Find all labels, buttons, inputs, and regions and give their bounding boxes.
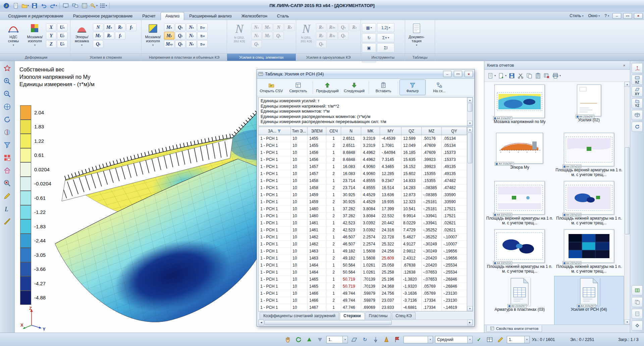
ribbon-button-Qy[interactable]: Qy (273, 32, 284, 40)
ribbon-button-Qy[interactable]: Qy (338, 32, 348, 40)
ribbon-button-τyz[interactable]: τyz (197, 32, 208, 40)
tab-Сталь[interactable]: Сталь (272, 12, 293, 20)
view-xy-button[interactable]: XY (632, 86, 643, 97)
column-header-Тип Э...[interactable]: Тип Э... (291, 127, 308, 135)
new-document-icon[interactable] (11, 1, 20, 10)
table-row[interactable]: 1 - РСН 1101457216.0834.906012.28515.602… (259, 170, 467, 177)
number-combo[interactable]: 1.▾ (507, 336, 530, 343)
print-button[interactable]: ▾ (552, 73, 561, 79)
nds-schemes-button[interactable]: НДС схемы ▾ (3, 21, 24, 52)
scroll-right-icon[interactable]: ▶ (467, 320, 473, 325)
zoom-in-icon[interactable] (2, 76, 12, 86)
ribbon-button-Rz[interactable]: Rz (284, 23, 295, 31)
table-row[interactable]: 1 - РСН 110145618.68484.4962-.6409416.18… (259, 149, 467, 156)
ribbon-button-fy[interactable]: fy (126, 23, 137, 31)
view-yz-button[interactable]: YZ (632, 98, 643, 108)
column-header-MY[interactable]: MY (380, 127, 401, 135)
ribbon-button-Rz[interactable]: Rz (349, 23, 360, 31)
ribbon-button-Nx[interactable]: Nx (251, 23, 262, 31)
report-thumbnail[interactable]: A4 237x210 (564, 181, 614, 215)
ribbon-button-My[interactable]: My (164, 32, 174, 40)
ribbon-button-My[interactable]: My (262, 32, 273, 40)
sheet-tab-Спец-КЭ[interactable]: Спец-КЭ (392, 312, 415, 320)
window-minimize-button[interactable]: – (443, 71, 451, 77)
view-options-icon[interactable]: ▦▾ (362, 23, 376, 32)
tab-Расчет[interactable]: Расчет (138, 12, 160, 20)
ribbon-button-Rx[interactable]: Rx (316, 23, 326, 31)
report-thumbnail[interactable]: A4 210x297 (578, 278, 600, 306)
ribbon-button-Uy[interactable]: Uy (57, 32, 67, 40)
help-button[interactable]: ?▾ (603, 13, 610, 19)
previous-button[interactable]: Предыдущий (314, 79, 340, 95)
table-row[interactable]: 1 - РСН 1101463149.1821.560824.2562.9812… (259, 248, 467, 255)
scroll-down-icon[interactable]: ▼ (625, 320, 630, 325)
view-xz-button[interactable]: XZ (632, 75, 643, 85)
scroll-left-icon[interactable]: ◀ (259, 320, 264, 325)
flag-icon[interactable] (393, 335, 401, 344)
table-row[interactable]: 1 - РСН 1101463249.1821.560825.6092.4312… (259, 255, 467, 262)
clip-plane-icon[interactable] (2, 127, 12, 137)
ribbon-button-X[interactable]: X (46, 23, 56, 31)
report-item-4[interactable]: A4 237x210Площадь верхней арматуры на 1 … (554, 131, 624, 180)
table-small-icon[interactable] (485, 335, 494, 344)
ribbon-button-Y[interactable]: Y (46, 32, 56, 40)
sum-add-icon[interactable]: Σ+▾ (377, 33, 394, 42)
numbering-icon[interactable]: 1,2)▾ (377, 23, 394, 32)
table-row[interactable]: 1 - РСН 1101457116.0834.90604.346516.152… (259, 163, 467, 170)
open-icon[interactable]: ▾ (21, 1, 30, 10)
rotate-view-button[interactable] (632, 122, 643, 132)
report-thumbnail[interactable]: A4 237x210 (564, 229, 614, 263)
properties-tab[interactable]: Свойства книги отчетов (486, 326, 542, 332)
forces-table[interactable]: ЗА...Тип Э...ЭЛЕМСЕЧNMKMYQZMZQY 1 - РСН … (258, 127, 473, 311)
restore-view-icon[interactable] (2, 166, 12, 175)
cut-button[interactable] (517, 73, 524, 79)
column-header-N[interactable]: N (341, 127, 361, 135)
scroll-up-icon[interactable]: ▲ (625, 82, 630, 87)
column-header-QZ[interactable]: QZ (401, 127, 422, 135)
ribbon-button-Ry[interactable]: Ry (316, 32, 326, 40)
quality-combo[interactable]: Средний▾ (435, 336, 473, 343)
ribbon-button-fz[interactable]: fz (115, 32, 125, 40)
ribbon-button-Rz[interactable]: Rz (104, 32, 114, 40)
refresh-icon[interactable]: ↻ (362, 33, 376, 42)
report-item-9[interactable]: A4 210x297Арматура в пластинах (03) (485, 276, 554, 325)
ribbon-button-Ny[interactable]: Ny (186, 32, 197, 40)
table-row[interactable]: 1 - РСН 1101465250.719.7013924.368-1.932… (259, 283, 467, 290)
copy-button[interactable] (526, 73, 533, 79)
poly-select-icon[interactable] (2, 64, 12, 73)
scroll-up-icon[interactable]: ▲ (467, 98, 473, 103)
panel-scrollbar[interactable]: ▲ ▼ (624, 82, 630, 325)
sheet-tab-Коэффициенты сочетаний загружений[interactable]: Коэффициенты сочетаний загружений (260, 312, 339, 320)
measure-icon[interactable] (2, 217, 12, 226)
menu-style[interactable]: Стиль▾ (568, 13, 585, 19)
window-close-button[interactable]: × (465, 71, 473, 77)
scrollbar-thumb[interactable] (264, 320, 392, 325)
undo-icon[interactable] (40, 1, 48, 10)
rotate-model-icon[interactable] (294, 335, 303, 344)
table-row[interactable]: 1 - РСН 1101461142.5233.039220.4428.0229… (259, 220, 467, 227)
report-thumbnail[interactable]: A4 210x297 (496, 133, 543, 164)
ribbon-button-N[interactable]: N (273, 23, 284, 31)
ribbon-button-Qz[interactable]: Qz (93, 40, 103, 48)
table-row[interactable]: 1 - РСН 1101466149.744.5987924.756-3.163… (259, 290, 467, 297)
isometric-view-button[interactable] (632, 110, 643, 120)
close-button[interactable]: × (634, 13, 643, 19)
tab-Железобетон[interactable]: Железобетон (236, 12, 272, 20)
report-panel-header[interactable]: Книга отчетов × (484, 61, 630, 70)
ribbon-button-Mxy[interactable]: Mxy (164, 40, 174, 48)
documentation-button[interactable]: Докумен- тация ▾ (406, 21, 427, 52)
units-scrollbar[interactable]: ▲ ▼ (467, 98, 473, 126)
report-item-8[interactable]: A4 237x210Площадь нижней арматуры на 1 п… (554, 228, 624, 276)
scroll-down-icon[interactable]: ▼ (467, 306, 473, 311)
window-restore-button[interactable]: ▭ (454, 71, 462, 77)
ribbon-button-Uz[interactable]: Uz (57, 40, 67, 48)
paste-report-button[interactable] (535, 73, 541, 79)
refresh-icon[interactable]: ↻ (361, 335, 369, 344)
scrollbar-thumb[interactable] (468, 103, 472, 112)
open-csv-button[interactable]: Открыть CSV (258, 79, 284, 95)
tab-Создание и редактирование[interactable]: Создание и редактирование (3, 12, 68, 20)
report-item-2[interactable]: A4 210x297Усилия (02) (554, 83, 624, 131)
tab-Расширенное редактирование[interactable]: Расширенное редактирование (68, 12, 138, 20)
grid-icon[interactable] (80, 1, 89, 10)
table-row[interactable]: 1 - РСН 110145522.65113.23191.708112.049… (259, 142, 467, 149)
